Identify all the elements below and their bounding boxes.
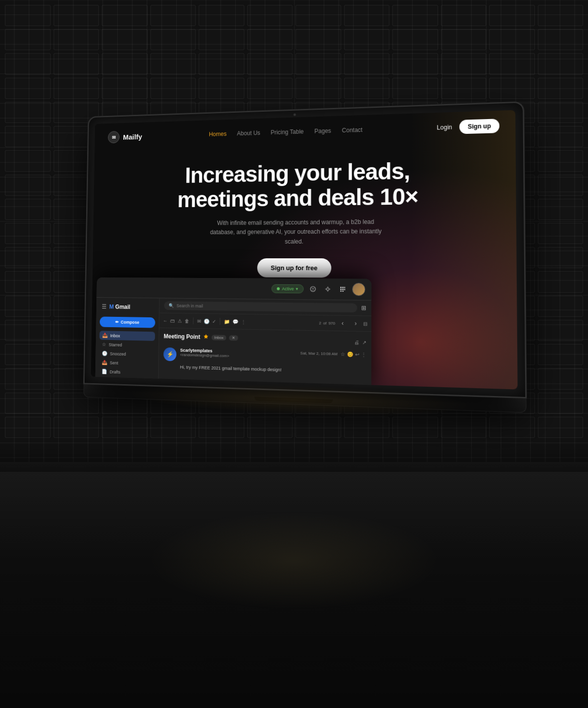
check-icon[interactable]: ✓: [212, 318, 216, 324]
pattern-cell: [489, 29, 535, 50]
close-badge[interactable]: ✕: [229, 335, 238, 340]
site-logo: ✉ Mailfy: [108, 130, 142, 144]
pattern-cell: [538, 393, 584, 414]
pattern-cell: [5, 320, 51, 341]
pattern-cell: [392, 29, 438, 50]
mail-icon[interactable]: ✉: [197, 318, 201, 324]
pattern-cell: [5, 223, 51, 244]
pattern-cell: [247, 5, 293, 26]
gmail-layout: ☰ M Gmail ✏ Compose 📥 Inbox: [95, 298, 372, 390]
pattern-cell: [102, 5, 147, 26]
hero-title: Increasing your leads, meetings and deal…: [129, 157, 473, 212]
sender-info: Scarlytemplates <randomdesign@gmail.com>: [180, 348, 296, 360]
pattern-cell: [5, 393, 51, 414]
laptop-screen: ✉ Mailfy Homes About Us Pricing Table Pa…: [91, 110, 518, 390]
drafts-label: Drafts: [110, 369, 120, 374]
nav-link-contact[interactable]: Contact: [342, 126, 362, 134]
drafts-icon: 📄: [102, 369, 107, 374]
settings-button[interactable]: [323, 283, 333, 294]
pattern-cell: [54, 417, 99, 438]
pattern-cell: [5, 53, 51, 74]
pattern-cell: [150, 417, 196, 438]
search-input-wrapper[interactable]: 🔍 Search in mail: [164, 301, 357, 312]
emoji-action-icon[interactable]: 😊: [347, 351, 353, 357]
svg-rect-8: [340, 291, 342, 292]
nav-actions: Login Sign up: [437, 119, 499, 134]
pattern-cell: [5, 247, 51, 268]
page-forward-button[interactable]: ›: [350, 318, 361, 329]
pattern-cell: [538, 150, 584, 171]
pattern-cell: [5, 126, 51, 147]
compose-button[interactable]: ✏ Compose: [100, 316, 155, 328]
search-icon: 🔍: [169, 303, 174, 308]
login-button[interactable]: Login: [437, 123, 452, 131]
pattern-cell: [538, 78, 584, 99]
folder-icon[interactable]: 📁: [224, 319, 230, 324]
pattern-cell: [538, 296, 584, 317]
pattern-cell: [199, 5, 244, 26]
pattern-cell: [295, 5, 341, 26]
reply-action-icon[interactable]: ↩: [355, 352, 359, 357]
external-link-icon[interactable]: ↗: [362, 339, 366, 345]
archive-icon[interactable]: 🗃: [170, 318, 175, 323]
chat-icon[interactable]: 💬: [233, 319, 238, 324]
pattern-cell: [295, 78, 341, 99]
pattern-cell: [5, 102, 51, 123]
sidebar-item-drafts[interactable]: 📄 Drafts: [99, 367, 154, 378]
pattern-cell: [489, 78, 535, 99]
email-subject: Meeting Point: [164, 333, 200, 340]
pattern-cell: [441, 53, 487, 74]
view-mode-icon[interactable]: ⊟: [363, 321, 367, 326]
more-icon[interactable]: ⋮: [241, 319, 246, 324]
hero-cta-button[interactable]: Sign up for free: [257, 258, 331, 277]
pattern-cell: [247, 78, 293, 99]
pattern-cell: [247, 417, 293, 438]
pattern-cell: [392, 53, 438, 74]
pattern-cell: [54, 78, 99, 99]
toolbar-separator-2: [220, 318, 220, 325]
pattern-cell: [199, 29, 244, 50]
email-action-icons: ☆ 😊 ↩ ⋮: [341, 351, 366, 357]
star-action-icon[interactable]: ☆: [341, 351, 345, 357]
more-action-icon[interactable]: ⋮: [361, 352, 366, 358]
page-back-button[interactable]: ‹: [337, 318, 348, 329]
pattern-cell: [150, 5, 196, 26]
clock-icon[interactable]: 🕐: [204, 318, 209, 324]
hamburger-icon[interactable]: ☰: [102, 304, 107, 310]
nav-link-pages[interactable]: Pages: [315, 127, 331, 135]
signup-button[interactable]: Sign up: [459, 119, 500, 134]
nav-link-about[interactable]: About Us: [237, 129, 261, 137]
pattern-cell: [5, 199, 51, 220]
spam-icon[interactable]: ⚠: [177, 318, 182, 323]
pattern-cell: [5, 344, 51, 365]
pattern-cell: [102, 29, 147, 50]
sent-icon: 📤: [102, 360, 107, 365]
email-subject-line: Meeting Point Inbox ✕: [164, 332, 238, 342]
user-avatar[interactable]: [352, 283, 365, 296]
svg-rect-9: [342, 291, 344, 292]
email-sender-row: ⚡ Scarlytemplates <randomdesign@gmail.co…: [163, 347, 366, 366]
help-button[interactable]: ?: [307, 283, 318, 294]
nav-link-pricing[interactable]: Pricing Table: [271, 128, 304, 136]
gmail-sidebar: ☰ M Gmail ✏ Compose 📥 Inbox: [95, 298, 160, 384]
gmail-mockup: Active ▾ ?: [95, 277, 372, 390]
pattern-cell: [538, 199, 584, 220]
nav-link-homes[interactable]: Homes: [209, 130, 227, 138]
print-icon[interactable]: 🖨: [354, 339, 359, 345]
grid-button[interactable]: [337, 284, 348, 295]
laptop: ✉ Mailfy Homes About Us Pricing Table Pa…: [84, 102, 527, 413]
pattern-cell: [538, 344, 584, 365]
pattern-cell: [102, 78, 147, 99]
delete-icon[interactable]: 🗑: [185, 318, 190, 324]
sender-avatar: ⚡: [163, 347, 176, 361]
pattern-cell: [5, 150, 51, 171]
pattern-cell: [247, 29, 293, 50]
floor-light: [147, 511, 441, 610]
pattern-cell: [538, 53, 584, 74]
back-icon[interactable]: ←: [163, 318, 167, 323]
sent-label: Sent: [110, 360, 118, 365]
snoozed-label: Snoozed: [110, 351, 126, 356]
pattern-cell: [392, 5, 438, 26]
layout-toggle-icon[interactable]: ⊞: [361, 305, 366, 311]
sidebar-item-inbox[interactable]: 📥 Inbox: [99, 331, 155, 341]
